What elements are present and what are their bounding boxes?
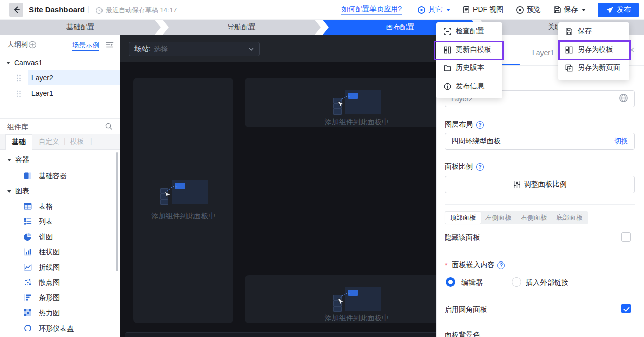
layout-value-box: 四周环绕型面板 切换 bbox=[445, 133, 635, 150]
menu-item-history-versions[interactable]: 历史版本 bbox=[436, 59, 502, 77]
component-label: 饼图 bbox=[39, 233, 53, 242]
component-line-chart[interactable]: 折线图 bbox=[0, 259, 120, 275]
sidebar-scrollbar[interactable] bbox=[116, 152, 118, 271]
search-icon[interactable] bbox=[105, 122, 113, 132]
rounded-panel-label: 启用圆角面板 bbox=[445, 305, 487, 314]
caret-down-icon[interactable] bbox=[7, 190, 11, 193]
menu-item-publish-info[interactable]: 发布信息 bbox=[436, 77, 502, 95]
clock-icon bbox=[95, 7, 103, 14]
help-link[interactable]: 如何配置单页应用? bbox=[341, 5, 402, 15]
chevron-down-icon bbox=[248, 46, 254, 52]
back-button[interactable] bbox=[9, 3, 23, 17]
more-menu-button[interactable]: 其它 bbox=[417, 5, 450, 14]
ring-gauge-icon bbox=[23, 324, 32, 333]
tree-node-label: Canvas1 bbox=[14, 59, 42, 67]
step-label: 导航配置 bbox=[227, 23, 256, 32]
component-bar-chart[interactable]: 条形图 bbox=[0, 290, 120, 305]
layer-label: Layer2 bbox=[31, 73, 53, 82]
tree-node-layer1[interactable]: Layer1 bbox=[0, 86, 120, 101]
tab-right-panel[interactable]: 右侧面板 bbox=[516, 212, 552, 224]
step-basic-config[interactable]: 基础配置 bbox=[0, 19, 161, 35]
rounded-panel-checkbox[interactable] bbox=[621, 304, 631, 313]
component-scatter-chart[interactable]: 散点图 bbox=[0, 275, 120, 290]
add-layer-button[interactable] bbox=[28, 41, 37, 50]
adjust-ratio-button[interactable]: 调整面板比例 bbox=[445, 176, 635, 193]
component-ring-gauge[interactable]: 环形仪表盘 bbox=[0, 321, 120, 336]
template-icon bbox=[444, 46, 451, 54]
tab-label: 基础 bbox=[12, 138, 26, 147]
component-basic-container[interactable]: 基础容器 bbox=[0, 168, 120, 183]
drag-handle-icon[interactable] bbox=[16, 74, 21, 82]
outline-title: 大纲树 bbox=[7, 40, 28, 49]
tab-separator: | bbox=[64, 137, 66, 145]
step-bar: 基础配置 导航配置 画布配置 关联配置 bbox=[0, 19, 644, 35]
group-container[interactable]: 容器 bbox=[0, 153, 120, 167]
save-menu-button[interactable]: 保存 bbox=[553, 5, 586, 14]
component-list[interactable]: 列表 bbox=[0, 214, 120, 229]
group-label: 容器 bbox=[15, 155, 29, 164]
canvas-panel-left[interactable]: 添加组件到此面板中 bbox=[133, 78, 233, 323]
preview-button[interactable]: 预览 bbox=[516, 5, 541, 14]
tab-template[interactable]: 模板 bbox=[70, 137, 84, 146]
bar-chart-icon bbox=[23, 293, 32, 302]
collapse-panel-icon[interactable] bbox=[106, 41, 114, 50]
close-icon[interactable]: × bbox=[629, 45, 635, 55]
radio-editor-label: 编辑器 bbox=[461, 278, 483, 287]
menu-item-label: 发布信息 bbox=[456, 82, 484, 91]
embed-label: 面板嵌入内容 bbox=[452, 260, 494, 270]
ratio-label: 面板比例 bbox=[445, 162, 473, 171]
cursor-icon bbox=[337, 101, 344, 108]
component-heatmap[interactable]: 热力图 bbox=[0, 305, 120, 320]
radio-external-link[interactable] bbox=[512, 277, 521, 287]
panel-placeholder bbox=[333, 287, 380, 312]
pdf-view-button[interactable]: PDF 视图 bbox=[462, 5, 503, 14]
save-icon bbox=[565, 28, 573, 35]
switch-layout-link[interactable]: 切换 bbox=[614, 137, 628, 146]
publish-button[interactable]: 发布 bbox=[598, 3, 639, 17]
drag-handle-icon[interactable] bbox=[16, 90, 21, 97]
canvas-panel-top[interactable]: 添加组件到此面板中 bbox=[245, 78, 436, 127]
tab-bottom-panel[interactable]: 底部面板 bbox=[552, 212, 587, 224]
component-label: 折线图 bbox=[39, 263, 60, 272]
caret-down-icon[interactable] bbox=[6, 62, 10, 64]
tab-top-panel[interactable]: 顶部面板 bbox=[445, 212, 481, 224]
menu-item-update-from-template[interactable]: 更新自模板 bbox=[436, 41, 502, 59]
panel-placeholder: 添加组件到此面板中 bbox=[152, 180, 216, 221]
tree-node-layer2[interactable]: Layer2 bbox=[0, 70, 120, 85]
station-select[interactable]: 场站: 选择 bbox=[129, 42, 260, 56]
menu-item-check-config[interactable]: 检查配置 bbox=[436, 22, 502, 41]
tab-left-panel[interactable]: 左侧面板 bbox=[481, 212, 516, 224]
group-charts[interactable]: 图表 bbox=[0, 184, 120, 198]
globe-icon[interactable] bbox=[619, 93, 628, 104]
radio-editor[interactable] bbox=[446, 277, 455, 287]
pdf-doc-icon bbox=[462, 6, 470, 14]
table-icon bbox=[23, 202, 32, 211]
tab-layer1[interactable]: Layer1 bbox=[532, 49, 554, 57]
layout-section-label: 图层布局 ? bbox=[445, 120, 484, 129]
ratio-section-label: 面板比例 ? bbox=[445, 162, 484, 171]
column-chart-icon bbox=[23, 247, 32, 256]
help-icon[interactable]: ? bbox=[476, 163, 484, 171]
caret-down-icon[interactable] bbox=[7, 159, 11, 161]
tab-basic[interactable]: 基础 bbox=[5, 134, 32, 150]
library-tabbar: 基础 自定义 | 模板 | bbox=[0, 134, 120, 150]
menu-item-save[interactable]: 保存 bbox=[558, 22, 629, 41]
step-nav-config[interactable]: 导航配置 bbox=[162, 19, 321, 35]
tree-node-canvas1[interactable]: Canvas1 bbox=[0, 56, 120, 70]
help-icon[interactable]: ? bbox=[476, 121, 484, 129]
component-column-chart[interactable]: 柱状图 bbox=[0, 244, 120, 259]
scene-demo-link[interactable]: 场景示例 bbox=[72, 41, 99, 51]
hide-panel-checkbox[interactable] bbox=[621, 232, 631, 242]
menu-item-label: 历史版本 bbox=[456, 63, 484, 72]
layer-label: Layer1 bbox=[31, 89, 53, 97]
component-pie-chart[interactable]: 饼图 bbox=[0, 229, 120, 244]
tab-custom[interactable]: 自定义 bbox=[39, 137, 59, 146]
canvas-panel-bottom[interactable]: 添加组件到此面板中 bbox=[245, 275, 436, 323]
menu-item-save-as-new-page[interactable]: 另存为新页面 bbox=[558, 59, 629, 77]
hide-panel-label: 隐藏该面板 bbox=[445, 233, 480, 242]
library-title: 组件库 bbox=[7, 123, 28, 132]
component-table[interactable]: 表格 bbox=[0, 199, 120, 214]
menu-item-save-as-template[interactable]: 另存为模板 bbox=[558, 41, 629, 59]
help-icon[interactable]: ? bbox=[497, 261, 505, 269]
more-label: 其它 bbox=[428, 5, 443, 14]
